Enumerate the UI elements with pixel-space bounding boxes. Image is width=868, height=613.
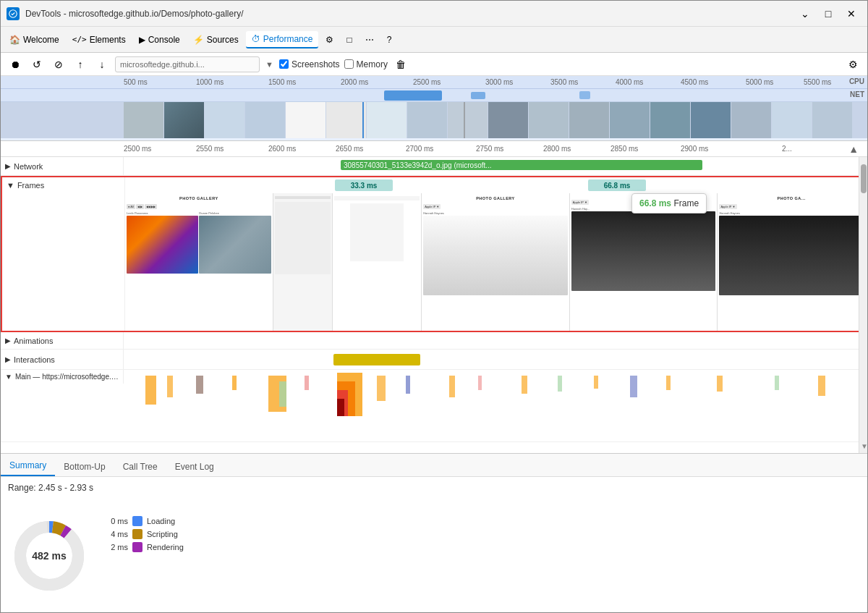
upload-button[interactable]: ↑: [72, 56, 89, 73]
sources-icon: ⚡: [193, 35, 204, 45]
legend-loading: 0 ms Loading: [106, 516, 184, 526]
tab-call-tree[interactable]: Call Tree: [114, 457, 166, 476]
legend-scripting-color: [132, 529, 142, 539]
tab-sources[interactable]: ⚡ Sources: [187, 32, 244, 48]
animations-content: [124, 332, 867, 349]
tick-5000: 5000 ms: [746, 78, 773, 86]
flame-bar: [305, 376, 309, 390]
tab-event-log[interactable]: Event Log: [166, 457, 223, 476]
main-area: 500 ms 1000 ms 1500 ms 2000 ms 2500 ms 3…: [1, 76, 867, 612]
screenshots-checkbox-label[interactable]: Screenshots: [279, 59, 340, 69]
devtools-icon: [7, 7, 20, 20]
tick-2600ms: 2600 ms: [268, 145, 296, 153]
timeline-scroll-area[interactable]: ▶ Network 30855740301_5133e3942d_o.jpg (…: [1, 157, 867, 453]
tick-1000: 1000 ms: [196, 78, 224, 86]
interactions-row: ▶ Interactions: [1, 350, 867, 370]
memory-checkbox[interactable]: [344, 59, 354, 69]
record-button[interactable]: ⏺: [7, 56, 24, 73]
tab-console[interactable]: ▶ Console: [133, 32, 186, 48]
more-icon: ⋯: [365, 35, 374, 45]
scroll-track[interactable]: ▼: [859, 157, 867, 453]
close-button[interactable]: ✕: [841, 7, 861, 21]
title-text: DevTools - microsoftedge.github.io/Demos…: [25, 9, 789, 19]
tick-2000: 2000 ms: [341, 78, 368, 86]
range-text: Range: 2.45 s - 2.93 s: [1, 477, 867, 496]
maximize-button[interactable]: □: [818, 7, 838, 21]
frames-expand-arrow: ▼: [7, 181, 14, 190]
legend-scripting: 4 ms Scripting: [106, 529, 184, 539]
tab-welcome[interactable]: 🏠 Welcome: [4, 32, 65, 48]
devtools-settings-button[interactable]: ⚙: [844, 56, 861, 73]
tab-performance[interactable]: ⏱ Performance: [246, 31, 319, 48]
device-icon: □: [346, 35, 352, 45]
legend-loading-color: [132, 516, 142, 526]
scroll-up-arrow[interactable]: ▲: [848, 143, 859, 155]
main-thread-content: [124, 370, 867, 441]
flame-bar: [522, 376, 527, 394]
frames-section: ▼ Frames 33.3 ms 66.8 ms: [1, 176, 867, 332]
timeline-overview[interactable]: 500 ms 1000 ms 1500 ms 2000 ms 2500 ms 3…: [1, 76, 867, 141]
memory-checkbox-label[interactable]: Memory: [344, 59, 388, 69]
performance-icon: ⏱: [252, 34, 260, 44]
download-button[interactable]: ↓: [93, 56, 111, 73]
reload-button[interactable]: ↺: [28, 56, 46, 73]
interactions-content: [124, 350, 867, 369]
tick-2750ms: 2750 ms: [476, 145, 503, 153]
tab-device[interactable]: □: [341, 32, 357, 48]
animations-label[interactable]: ▶ Animations: [1, 332, 124, 349]
tab-settings[interactable]: ⚙: [320, 32, 339, 48]
donut-chart: 482 ms: [9, 516, 89, 596]
interactions-label[interactable]: ▶ Interactions: [1, 350, 124, 369]
network-bar: 30855740301_5133e3942d_o.jpg (microsoft.…: [341, 160, 702, 170]
minimize-button[interactable]: ⌄: [795, 7, 815, 21]
scroll-down-arrow[interactable]: ▼: [861, 442, 867, 450]
flame-bar: [196, 376, 203, 394]
scroll-thumb[interactable]: [861, 164, 867, 193]
frame-tooltip: 66.8 ms Frame: [631, 193, 707, 214]
tick-2500ms: 2500 ms: [124, 145, 151, 153]
flame-bar: [630, 376, 637, 397]
flame-bar: [818, 376, 825, 396]
tick-4000: 4000 ms: [616, 78, 643, 86]
animations-expand-arrow: ▶: [5, 337, 11, 344]
tick-2550ms: 2550 ms: [196, 145, 224, 153]
tab-more[interactable]: ⋯: [359, 32, 380, 48]
tab-bottom-up[interactable]: Bottom-Up: [55, 457, 114, 476]
flame-bar: [377, 376, 386, 401]
tick-4500: 4500 ms: [681, 78, 708, 86]
network-label[interactable]: ▶ Network: [1, 157, 124, 175]
legend-rendering: 2 ms Rendering: [106, 542, 184, 552]
main-thread-expand-arrow: ▼: [5, 373, 12, 381]
tick-5500: 5500 ms: [804, 78, 831, 86]
network-expand-arrow: ▶: [5, 162, 11, 170]
net-label: NET: [850, 90, 864, 98]
tab-summary[interactable]: Summary: [1, 456, 55, 476]
tick-3000: 3000 ms: [485, 78, 513, 86]
clear-button[interactable]: ⊘: [50, 56, 67, 73]
elements-icon: </>: [72, 35, 87, 44]
main-thread-section: ▼ Main — https://microsoftedge.github.io…: [1, 370, 867, 442]
main-thread-label: ▼ Main — https://microsoftedge.github.io…: [1, 370, 124, 384]
flame-bar: [775, 376, 779, 390]
tab-help[interactable]: ?: [381, 32, 398, 48]
summary-content: Range: 2.45 s - 2.93 s: [1, 477, 867, 612]
flame-bar: [337, 399, 344, 416]
flame-bar: [594, 376, 598, 389]
tick-2950ms: 2...: [782, 145, 792, 153]
legend-rendering-color: [132, 542, 142, 552]
flame-bar: [406, 376, 410, 394]
flame-bar: [558, 376, 562, 392]
flame-bar: [449, 376, 455, 397]
tick-2700ms: 2700 ms: [406, 145, 433, 153]
tab-elements[interactable]: </> Elements: [67, 32, 132, 48]
url-input[interactable]: [115, 56, 260, 72]
animations-row: ▶ Animations: [1, 332, 867, 350]
screenshots-checkbox[interactable]: [279, 59, 289, 69]
frames-label[interactable]: ▼ Frames: [2, 177, 125, 193]
frame-bar-2: 66.8 ms: [588, 179, 646, 191]
frames-thumbnails: PHOTO GALLERY ● All ◀ ▶ ◀◀ ▶▶ Leelo Pano…: [125, 193, 866, 331]
frame-thumb-3: [333, 193, 422, 331]
delete-button[interactable]: 🗑: [392, 56, 409, 73]
flame-bar: [666, 376, 671, 390]
flame-bar: [232, 376, 237, 390]
